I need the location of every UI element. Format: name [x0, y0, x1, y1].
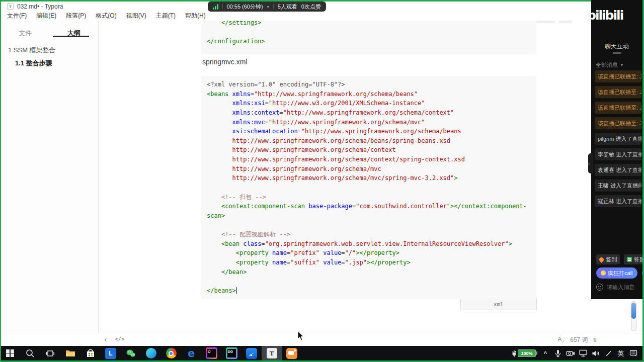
windows-ink-tray-button[interactable] — [604, 346, 613, 360]
paragraph-springmvc[interactable]: springmvc.xml — [202, 58, 247, 66]
tray-expand-chevron[interactable]: ^ — [541, 346, 550, 360]
edge-button[interactable] — [141, 346, 161, 360]
join-message-0: pilgrim 进入了直播间 — [595, 133, 641, 145]
emoji-icon[interactable] — [596, 284, 603, 291]
ime-language-indicator[interactable]: 英 — [616, 346, 625, 360]
window-title: 032.md• - Typora — [17, 3, 63, 10]
code-line: xmlns:mvc="http://www.springframework.or… — [207, 118, 531, 127]
join-message-1: 李雯敏 进入了直播间 — [595, 148, 641, 160]
code-block-springmvc[interactable]: <?xml version="1.0" encoding="UTF-8"?><b… — [201, 76, 537, 299]
word-count-toggle-icon[interactable]: ⇅ — [593, 337, 597, 343]
code-line: <!-- 配置视图解析 --> — [207, 230, 531, 239]
code-line — [207, 220, 531, 230]
search-icon — [26, 349, 35, 358]
typora-app-icon: T — [7, 3, 14, 10]
blue-l-app-button[interactable]: L — [101, 346, 121, 360]
tab-files[interactable]: 文件 — [1, 27, 50, 39]
menu-item-5[interactable]: 主题(T) — [156, 12, 176, 20]
battery-indicator[interactable]: 100% — [511, 346, 537, 360]
recorder-tray-button[interactable] — [566, 346, 575, 360]
datagrip-icon: DG — [226, 347, 237, 359]
taskbar-search[interactable] — [20, 346, 40, 360]
chat-message-list: 该直播已联播至: Jav该直播已联播至: Jav该直播已联播至: Jav该直播已… — [595, 70, 641, 211]
menu-item-6[interactable]: 帮助(H) — [185, 12, 206, 20]
system-tray: 100% ^ 英 — [511, 346, 644, 360]
recording-status-pill: 00:55 (60分钟) ▾ 5人观看 0次点赞 — [208, 2, 326, 12]
like-count: 0次点赞 — [301, 3, 321, 11]
code-line: http://www.springframework.org/schema/co… — [207, 145, 531, 155]
wechat-icon — [126, 349, 136, 358]
power-plug-icon — [511, 350, 517, 357]
code-line: xmlns:context="http://www.springframewor… — [207, 108, 531, 118]
chrome-icon — [166, 348, 177, 358]
bilibili-panel: bilibili 聊天互动 全部消息▼ 该直播已联播至: Jav该直播已联播至:… — [591, 0, 642, 299]
start-button[interactable] — [0, 346, 20, 360]
action-center-button[interactable] — [629, 346, 638, 360]
chat-panel-title: 聊天互动 — [591, 42, 642, 51]
task-view-button[interactable] — [40, 346, 60, 360]
menu-item-0[interactable]: 文件(F) — [7, 12, 27, 20]
code-language-badge[interactable]: xml — [460, 299, 537, 310]
outline-list: 1 SSM 框架整合1.1 整合步骤 — [1, 44, 98, 70]
legacy-edge-button[interactable]: e — [181, 346, 201, 360]
file-explorer-button[interactable] — [60, 346, 80, 360]
code-line — [207, 28, 531, 37]
bili-live-tool-button[interactable] — [282, 346, 302, 360]
join-message-3: 王啸 进入了直播间 — [595, 179, 641, 192]
chrome-button[interactable] — [161, 346, 181, 360]
microphone-icon — [554, 349, 561, 357]
code-line: <property name="prefix" value="/"></prop… — [207, 248, 531, 258]
chat-input-placeholder: 请输入消息 — [607, 284, 634, 291]
menu-item-3[interactable]: 格式(O) — [96, 12, 116, 20]
taskbar: L e IJ DG T 100% ^ — [0, 346, 644, 360]
code-line: http://www.springframework.org/schema/mv… — [207, 173, 531, 183]
display-tray-button[interactable] — [579, 346, 588, 360]
editor-scrollbar[interactable] — [631, 301, 636, 331]
volume-tray-button[interactable] — [591, 346, 600, 360]
spellcheck-icon[interactable]: A✓ — [558, 336, 566, 344]
screen: T 032.md• - Typora 文件(F)编辑(E)段落(P)格式(O)视… — [0, 0, 644, 362]
recording-dropdown-icon[interactable]: ▾ — [267, 5, 269, 9]
chat-input[interactable]: 请输入消息 — [596, 282, 638, 293]
battery-percent: 100% — [518, 349, 536, 357]
action-center-icon — [629, 349, 637, 357]
ms-store-button[interactable] — [80, 346, 101, 360]
message-filter-dropdown[interactable]: 全部消息▼ — [596, 61, 624, 69]
source-mode-icon[interactable]: </> — [115, 336, 125, 343]
outline-item-1[interactable]: 1.1 整合步骤 — [1, 57, 98, 70]
typora-taskbar-button[interactable]: T — [262, 346, 282, 360]
word-count[interactable]: 657 词 — [570, 336, 588, 344]
crazy-call-button[interactable]: 疯狂打call — [596, 267, 637, 279]
editor-area[interactable]: </settings> </configuration> springmvc.x… — [99, 21, 642, 333]
recording-border-left — [0, 0, 1, 362]
intellij-idea-button[interactable]: IJ — [201, 346, 221, 360]
system-message-3: 该直播已联播至: Jav — [595, 117, 641, 129]
menu-item-1[interactable]: 编辑(E) — [36, 12, 56, 20]
wechat-button[interactable] — [121, 346, 141, 360]
code-line: <!-- 扫包 --> — [207, 193, 531, 202]
chevron-down-icon: ▼ — [620, 63, 624, 67]
menu-item-4[interactable]: 视图(V) — [126, 12, 146, 20]
datagrip-button[interactable]: DG — [221, 346, 242, 360]
system-message-0: 该直播已联播至: Jav — [595, 70, 641, 82]
code-line: </beans> — [207, 286, 531, 296]
microphone-tray-button[interactable] — [553, 346, 562, 360]
signal-bars-icon — [213, 4, 218, 10]
sign-in-button[interactable]: 签到 — [596, 254, 620, 264]
code-line: http://www.springframework.org/schema/mv… — [207, 164, 531, 174]
code-line: <bean class="org.springframework.web.ser… — [207, 239, 531, 249]
code-line: <?xml version="1.0" encoding="UTF-8"?> — [207, 80, 531, 89]
sidebar-collapse-icon[interactable]: ‹ — [104, 336, 107, 343]
system-message-1: 该直播已联播至: Jav — [595, 86, 641, 98]
speaker-icon — [592, 350, 600, 357]
code-block-previous[interactable]: </settings> </configuration> — [201, 21, 537, 54]
code-line — [207, 277, 531, 286]
thunder-button[interactable] — [242, 346, 262, 360]
answer-card-button[interactable]: 答题卡 — [624, 254, 642, 264]
code-line: </settings> — [207, 21, 531, 28]
outline-item-0[interactable]: 1 SSM 框架整合 — [1, 44, 98, 57]
folder-icon — [65, 349, 75, 358]
panel-collapse-handle[interactable]: › — [588, 153, 593, 173]
code-line: http://www.springframework.org/schema/be… — [207, 136, 531, 146]
menu-item-2[interactable]: 段落(P) — [66, 12, 86, 20]
